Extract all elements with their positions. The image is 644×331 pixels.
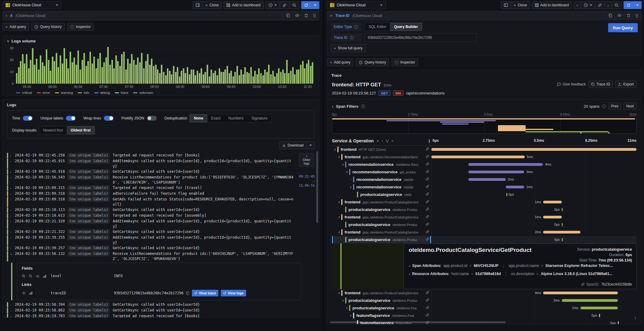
trace-id-input[interactable]: 93b5d327129815e4bb26bc74e2b17296 (364, 33, 477, 42)
span-bar[interactable] (580, 307, 618, 309)
trash-icon[interactable] (627, 14, 630, 17)
info-icon[interactable]: i (361, 104, 365, 108)
span-bar[interactable] (562, 299, 618, 302)
logs-volume-header[interactable]: ∨ Logs volume (3, 36, 319, 46)
link-icon[interactable] (426, 200, 429, 204)
span-name-cell[interactable]: featureflagservicefeatureflag (332, 319, 431, 324)
span-name-cell[interactable]: ∨featureflagservice/oteldemo.Feat (332, 312, 431, 319)
legend-item-debug[interactable]: debug (94, 91, 110, 94)
info-icon[interactable]: i (350, 36, 354, 40)
span-name-cell[interactable]: ›recommendationservice/otelde (332, 176, 431, 183)
span-row[interactable]: ∨recommendationservice/oteldemo.Recc4ms (332, 161, 636, 168)
chevron-right-icon[interactable]: › (10, 191, 15, 196)
chevron-right-icon[interactable]: › (10, 314, 15, 318)
log-row[interactable]: ›2024-02-19 09:23:58.862(no unique label… (7, 308, 319, 313)
time-toggle[interactable] (23, 116, 33, 121)
link-icon[interactable] (426, 222, 429, 227)
span-row[interactable]: ∨recommendationservice/otelde1ms (332, 183, 636, 191)
link-icon[interactable] (426, 207, 429, 212)
query-history-button[interactable]: Query history (31, 23, 64, 31)
chevron-right-icon[interactable]: › (10, 169, 15, 175)
chevron-down-icon[interactable]: ∨ (345, 306, 349, 310)
link-icon[interactable] (426, 192, 429, 197)
wrap-lines-toggle[interactable] (104, 116, 114, 121)
chevron-right-icon[interactable]: › (349, 178, 353, 181)
span-name-cell[interactable]: ∨productcatalogserviceoteldemo.Fea (332, 304, 431, 312)
inspector-button[interactable]: iInspector (392, 58, 418, 66)
resource-attributes-label[interactable]: Resource Attributes: (412, 272, 449, 276)
span-name-cell[interactable]: ∨frontendHTTP GET (11ms) (332, 146, 431, 153)
span-bar[interactable] (543, 231, 580, 234)
query-ref-id[interactable]: Trace ID (335, 14, 349, 18)
chevron-down-icon[interactable]: ∨ (349, 314, 353, 317)
log-row[interactable]: ›2024-02-19 09:23:18.613(no unique label… (7, 213, 319, 218)
log-row[interactable]: ›2024-02-19 09:23:21.320(no unique label… (7, 219, 319, 229)
export-button[interactable]: Export (615, 81, 636, 88)
info-icon[interactable]: i (354, 25, 358, 29)
span-bar[interactable] (431, 156, 525, 158)
copy-icon[interactable] (286, 14, 290, 17)
next-span-button[interactable]: Next (624, 103, 636, 110)
span-bar[interactable] (543, 201, 562, 203)
refresh-interval-button[interactable] (311, 1, 319, 9)
chevron-right-icon[interactable]: › (10, 308, 15, 313)
download-options-button[interactable] (306, 141, 315, 149)
chevron-right-icon[interactable]: › (6, 14, 7, 17)
span-name-cell[interactable]: productcatalogserviceoteldemo.Produc (332, 221, 431, 228)
log-row[interactable]: ›2024-02-19 09:23:18.113(no unique label… (7, 207, 319, 213)
minimap-canvas[interactable] (332, 117, 636, 134)
chevron-right-icon[interactable]: › (10, 213, 15, 218)
span-bar[interactable] (431, 148, 636, 151)
log-row[interactable]: ›2024-02-19 09:23:09.315(no unique label… (7, 185, 319, 191)
span-filters-label[interactable]: Span Filters (336, 104, 358, 109)
log-row[interactable]: ∨2024-02-19 09:23:56.132(no unique label… (7, 251, 319, 261)
link-icon[interactable] (426, 215, 429, 219)
chevron-down-icon[interactable]: ∨ (333, 148, 337, 151)
time-shift-forward-button[interactable]: › (605, 1, 612, 9)
filter-out-value-icon[interactable] (29, 274, 33, 278)
order-oldest-first[interactable]: Oldest first (67, 126, 95, 134)
chevron-down-icon[interactable]: ∨ (337, 215, 341, 219)
link-icon[interactable] (426, 306, 429, 310)
link-icon[interactable] (426, 177, 429, 182)
span-tick[interactable] (618, 321, 619, 324)
chevron-right-icon[interactable]: › (10, 246, 15, 251)
chevron-down-icon[interactable]: ∨ (337, 230, 341, 234)
eye-icon[interactable] (295, 14, 299, 17)
span-row[interactable]: ∨frontendgrpc.oteldemo.RecommendationSer… (332, 153, 636, 161)
legend-item-warning[interactable]: warning (55, 91, 73, 94)
link-icon[interactable] (426, 237, 429, 242)
link-icon[interactable] (581, 283, 585, 286)
span-row[interactable]: productcatalogserviceoteld0μs (332, 191, 636, 198)
span-row[interactable]: ∨featureflagservice/oteldemo.Feat0μs (332, 312, 636, 319)
stats-bars-icon[interactable] (43, 274, 46, 278)
chevron-right-icon[interactable]: › (10, 185, 15, 191)
span-name-cell[interactable]: productcatalogserviceoteld (332, 191, 431, 198)
sql-editor-option[interactable]: SQL Editor (365, 23, 390, 31)
log-row[interactable]: ›2024-02-19 09:22:45.258(no unique label… (7, 153, 319, 158)
log-row[interactable]: ›2024-02-19 09:23:09.318(no unique label… (7, 191, 319, 196)
log-row[interactable]: ›2024-02-19 09:23:09.318(no unique label… (7, 197, 319, 207)
span-row[interactable]: ∨frontendgrpc.oteldemo.ProductCatalogSer… (332, 198, 636, 206)
link-icon[interactable] (426, 321, 429, 324)
span-row[interactable]: ∨frontendgrpc.oteldemo.ProductCatalogSer… (332, 228, 636, 236)
span-row[interactable]: ∨frontendgrpc.oteldemo.ProductCatalogSer… (332, 289, 636, 297)
chevron-right-icon[interactable]: › (10, 229, 15, 235)
split-pane-button[interactable] (501, 1, 511, 9)
order-newest-first[interactable]: Newest first (39, 126, 67, 134)
column-resize-handle[interactable]: ∥ (428, 139, 430, 143)
datasource-picker[interactable]: ClickHouse Cloud (2, 1, 61, 9)
copy-icon[interactable] (608, 14, 612, 17)
share-link-button[interactable] (595, 1, 605, 9)
span-attributes-label[interactable]: Span Attributes: (412, 264, 441, 268)
link-icon[interactable] (426, 155, 429, 159)
query-builder-option[interactable]: Query Builder (390, 23, 422, 31)
drag-handle-icon[interactable] (635, 14, 638, 18)
trace-minimap[interactable]: 0μs2.75ms5.5ms8.25ms11ms (332, 113, 636, 134)
zoom-out-button[interactable] (611, 1, 622, 9)
log-row[interactable]: ›2024-02-19 09:23:21.322(no unique label… (7, 229, 319, 235)
span-name-cell[interactable]: ∨frontendgrpc.oteldemo.ProductCatalogSer… (332, 198, 431, 206)
span-name-cell[interactable]: ∨recommendationservice/otelde (332, 183, 431, 191)
stats-bars-icon[interactable] (29, 291, 33, 295)
log-row[interactable]: ›2024-02-19 09:23:39.255(no unique label… (7, 235, 319, 245)
